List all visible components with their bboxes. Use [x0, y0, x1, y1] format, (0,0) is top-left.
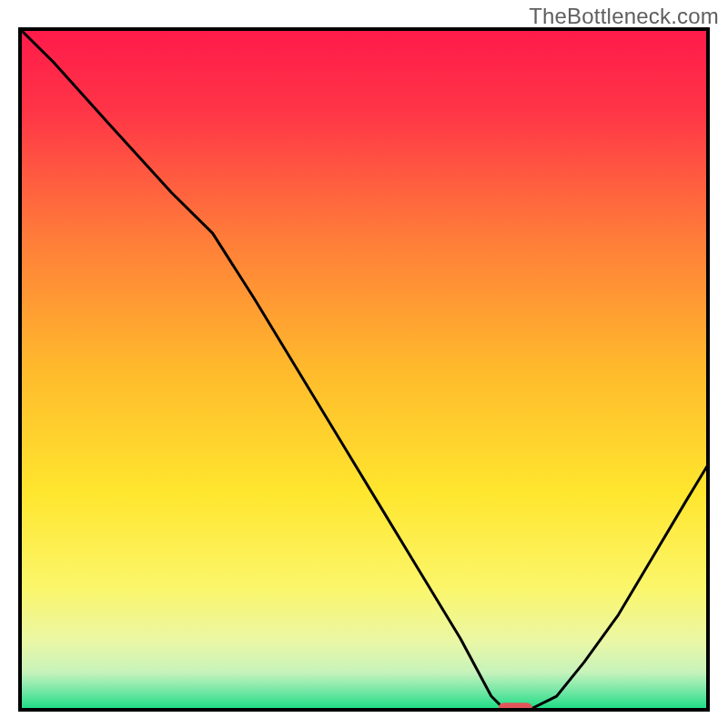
chart-container: TheBottleneck.com: [0, 0, 728, 728]
bottleneck-chart: [0, 0, 728, 728]
gradient-background: [20, 29, 708, 710]
